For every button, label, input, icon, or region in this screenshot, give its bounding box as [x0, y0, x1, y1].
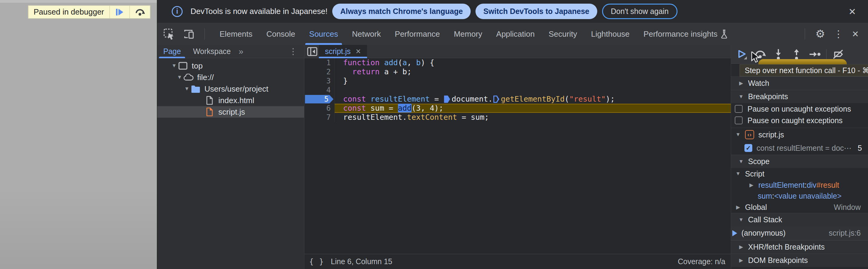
- code-line-content[interactable]: [335, 85, 731, 95]
- expanded-arrow-icon[interactable]: ▼: [183, 86, 190, 92]
- gutter-line-3[interactable]: 3: [304, 76, 335, 85]
- code-line-content[interactable]: return a + b;: [335, 67, 731, 76]
- hide-navigator-icon[interactable]: [306, 45, 319, 58]
- scope-var-resultelement[interactable]: ▶ resultElement: div#result: [731, 180, 868, 190]
- pause-caught-checkbox[interactable]: [735, 116, 743, 124]
- tree-item-users-user-project[interactable]: ▼Users/user/project: [157, 83, 304, 95]
- tab-memory[interactable]: Memory: [447, 23, 489, 45]
- tree-item-script-js[interactable]: script.js: [157, 106, 304, 118]
- more-options-kebab-icon[interactable]: ⋮: [834, 28, 843, 40]
- gutter-line-4[interactable]: 4: [304, 85, 335, 95]
- banner-step-over-button[interactable]: [129, 6, 150, 18]
- code-line-content[interactable]: resultElement.textContent = sum;: [335, 113, 731, 122]
- step-into-button[interactable]: [772, 48, 785, 61]
- code-token: (: [398, 58, 403, 67]
- section-dom-breakpoints[interactable]: ▶ DOM Breakpoints: [731, 253, 868, 267]
- editor-tab-close-icon[interactable]: ✕: [355, 48, 361, 55]
- tab-lighthouse[interactable]: Lighthouse: [584, 23, 636, 45]
- section-call-stack[interactable]: ▼ Call Stack: [731, 213, 868, 226]
- tab-workspace[interactable]: Workspace: [187, 45, 237, 58]
- flask-icon: [720, 29, 728, 38]
- tab-network[interactable]: Network: [345, 23, 388, 45]
- code-line-content[interactable]: function add(a, b) {: [335, 58, 731, 67]
- navigator-kebab-icon[interactable]: ⋮: [289, 46, 298, 56]
- tab-sources[interactable]: Sources: [302, 23, 345, 45]
- code-line-1[interactable]: 1function add(a, b) {: [304, 58, 731, 67]
- tree-item-top[interactable]: ▼top: [157, 60, 304, 72]
- code-token: resultElement.: [343, 113, 407, 122]
- code-line-3[interactable]: 3}: [304, 76, 731, 85]
- code-token: a + b;: [379, 67, 411, 76]
- dont-show-again-button[interactable]: Don't show again: [602, 4, 678, 19]
- call-stack-frame-row[interactable]: (anonymous) script.js:6: [731, 226, 868, 240]
- code-line-content[interactable]: }: [335, 76, 731, 85]
- scope-var-sum[interactable]: sum: <value unavailable>: [731, 190, 868, 201]
- gutter-line-2[interactable]: 2: [304, 67, 335, 76]
- pause-caught-exceptions-row[interactable]: Pause on caught exceptions: [731, 115, 868, 126]
- gutter-line-1[interactable]: 1: [304, 58, 335, 67]
- tab-application[interactable]: Application: [489, 23, 541, 45]
- tab-security[interactable]: Security: [542, 23, 584, 45]
- tab-console[interactable]: Console: [259, 23, 302, 45]
- always-match-language-button[interactable]: Always match Chrome's language: [332, 4, 471, 19]
- step-out-button[interactable]: [790, 48, 803, 61]
- code-token: const: [343, 104, 366, 112]
- scope-script-group[interactable]: ▼ Script: [731, 168, 868, 180]
- code-line-6[interactable]: 6const sum = add(3, 4);: [304, 104, 731, 113]
- file-icon: [205, 96, 215, 105]
- tab-performance-insights[interactable]: Performance insights: [637, 23, 735, 45]
- inspect-element-icon[interactable]: [163, 28, 175, 41]
- expanded-arrow-icon[interactable]: ▼: [170, 63, 178, 69]
- code-token: const: [343, 95, 366, 103]
- device-toolbar-icon[interactable]: [183, 28, 195, 41]
- breakpoint-file-group[interactable]: ▼ ‹› script.js: [731, 128, 868, 141]
- tree-item-file-[interactable]: ▼file://: [157, 72, 304, 83]
- devtools-window: i DevTools is now available in Japanese!…: [157, 0, 868, 269]
- tab-label: Elements: [220, 29, 252, 39]
- editor-tab-script-js[interactable]: script.js ✕: [319, 45, 367, 58]
- more-tabs-chevron-icon[interactable]: »: [239, 47, 244, 56]
- section-xhr-breakpoints[interactable]: ▶ XHR/fetch Breakpoints: [731, 240, 868, 253]
- scope-global-group[interactable]: ▶ Global Window: [731, 201, 868, 213]
- inline-breakpoint-candidate-icon[interactable]: [493, 96, 499, 103]
- step-button[interactable]: [808, 48, 822, 61]
- section-scope[interactable]: ▼ Scope: [731, 155, 868, 168]
- section-watch[interactable]: ▶ Watch: [731, 76, 868, 90]
- pause-uncaught-checkbox[interactable]: [735, 105, 743, 113]
- settings-gear-icon[interactable]: ⚙: [815, 28, 825, 41]
- gutter-line-7[interactable]: 7: [304, 113, 335, 122]
- inline-breakpoint-marker-icon[interactable]: [444, 96, 450, 103]
- breakpoint-entry-row[interactable]: ✓ const resultElement = doc⋯ 5: [731, 141, 868, 155]
- banner-resume-button[interactable]: [109, 6, 129, 18]
- tree-item-index-html[interactable]: index.html: [157, 95, 304, 106]
- code-line-4[interactable]: 4: [304, 85, 731, 95]
- gutter-line-6[interactable]: 6: [304, 104, 335, 113]
- code-line-content[interactable]: const resultElement = document.getElemen…: [335, 95, 731, 104]
- code-line-2[interactable]: 2 return a + b;: [304, 67, 731, 76]
- breakpoint-flag[interactable]: 5: [305, 95, 334, 103]
- tab-page[interactable]: Page: [157, 45, 187, 58]
- code-line-5[interactable]: 5const resultElement = document.getEleme…: [304, 95, 731, 104]
- infobar-close-icon[interactable]: ✕: [846, 5, 858, 18]
- tab-performance[interactable]: Performance: [388, 23, 447, 45]
- code-editor[interactable]: 1function add(a, b) {2 return a + b;3}45…: [304, 58, 731, 254]
- devtools-close-icon[interactable]: ✕: [852, 29, 859, 39]
- pause-uncaught-exceptions-row[interactable]: Pause on uncaught exceptions: [731, 103, 868, 115]
- scope-var-separator: :: [805, 181, 807, 190]
- switch-devtools-japanese-button[interactable]: Switch DevTools to Japanese: [475, 4, 597, 19]
- expanded-arrow-icon[interactable]: ▼: [176, 74, 183, 80]
- expanded-arrow-icon: ▼: [738, 217, 744, 223]
- deactivate-breakpoints-button[interactable]: [831, 48, 845, 61]
- pretty-print-button[interactable]: { }: [309, 258, 324, 266]
- tab-elements[interactable]: Elements: [213, 23, 259, 45]
- execution-line-content[interactable]: const sum = add(3, 4);: [335, 104, 731, 113]
- tab-label: Application: [496, 29, 534, 39]
- code-token: b: [416, 58, 421, 67]
- section-breakpoints[interactable]: ▼ Breakpoints: [731, 90, 868, 103]
- breakpoint-gutter-line-5[interactable]: 5: [304, 95, 335, 104]
- code-token: );: [606, 95, 615, 103]
- resume-script-icon: [115, 8, 124, 17]
- code-line-7[interactable]: 7resultElement.textContent = sum;: [304, 113, 731, 122]
- resume-script-button[interactable]: [735, 48, 749, 61]
- breakpoint-entry-checkbox[interactable]: ✓: [744, 144, 752, 152]
